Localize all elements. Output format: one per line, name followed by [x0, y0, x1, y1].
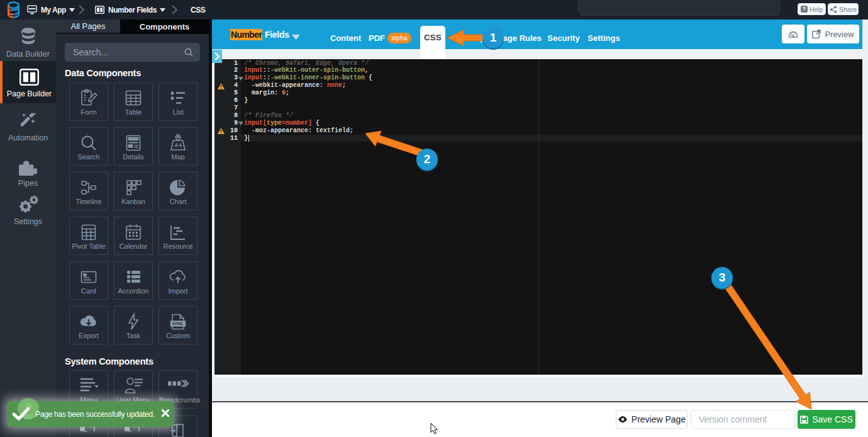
svg-text:HTML: HTML	[173, 322, 184, 326]
